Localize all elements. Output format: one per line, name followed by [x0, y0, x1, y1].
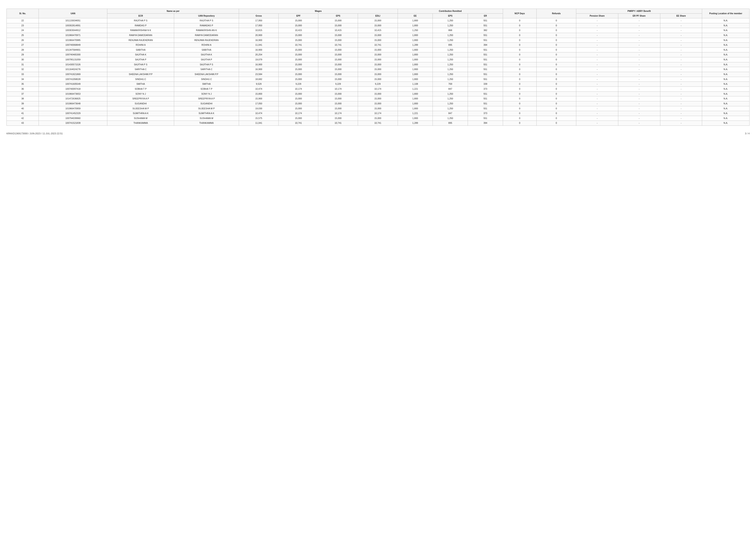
cell-er: 551: [468, 97, 503, 101]
cell-slno: 43: [7, 121, 39, 126]
cell-eps: 15,000: [318, 101, 358, 106]
cell-eps2: 1,250: [433, 72, 468, 77]
cell-epf: 10,174: [279, 111, 318, 116]
cell-eps: 15,000: [318, 67, 358, 72]
cell-eps: 15,000: [318, 92, 358, 97]
cell-eps2: 1,250: [433, 92, 468, 97]
cell-erpf: -: [618, 121, 660, 126]
cell-refunds: 0: [536, 77, 576, 82]
cell-er: 551: [468, 77, 503, 82]
table-row: 39101966473648SUGANDHISUGANDHI17,05015,0…: [7, 101, 749, 106]
cell-edli: 9,229: [358, 82, 398, 87]
cell-er: 382: [468, 28, 503, 33]
cell-er: 394: [468, 43, 503, 48]
cell-slno: 26: [7, 38, 39, 43]
cell-eps2: 1,250: [433, 106, 468, 111]
cell-posting: N.A.: [702, 67, 749, 72]
cell-refunds: 0: [536, 28, 576, 33]
cell-epf: 15,000: [279, 52, 318, 57]
cell-epf: 15,000: [279, 67, 318, 72]
cell-eps: 10,741: [318, 43, 358, 48]
cell-edli: 15,000: [358, 52, 398, 57]
cell-eeshare: -: [660, 28, 702, 33]
footer: KRKKD1369173000 / JUN-2023 / 11-JUL-2023…: [7, 132, 749, 135]
cell-erpf: -: [618, 97, 660, 101]
cell-posting: N.A.: [702, 82, 749, 87]
cell-slno: 31: [7, 62, 39, 67]
cell-uan-repo: SREEPRIYA A P: [174, 97, 239, 101]
cell-ncp: 0: [503, 28, 537, 33]
cell-ncp: 0: [503, 67, 537, 72]
cell-eps2: 1,250: [433, 116, 468, 121]
cell-refunds: 0: [536, 92, 576, 97]
header-refunds: Refunds: [536, 9, 576, 18]
cell-edli: 10,174: [358, 86, 398, 92]
cell-er: 373: [468, 86, 503, 92]
header-epf: EPF: [279, 14, 318, 18]
cell-ncp: 0: [503, 116, 537, 121]
cell-pension: -: [576, 62, 618, 67]
cell-er: 394: [468, 121, 503, 126]
cell-eeshare: -: [660, 111, 702, 116]
cell-ee: 1,289: [398, 121, 433, 126]
cell-epf: 15,000: [279, 62, 318, 67]
cell-ee: 1,800: [398, 33, 433, 38]
cell-uan: 100303044912: [39, 28, 107, 33]
cell-refunds: 0: [536, 97, 576, 101]
cell-erpf: -: [618, 86, 660, 92]
cell-pension: -: [576, 97, 618, 101]
cell-ee: 1,800: [398, 38, 433, 43]
cell-refunds: 0: [536, 23, 576, 28]
table-row: 25101966470971RAMYA DAMODARANRAMYA DAMOD…: [7, 33, 749, 38]
cell-ecr: SMITHA: [107, 82, 174, 87]
cell-eps: 15,000: [318, 72, 358, 77]
cell-epf: 10,415: [279, 28, 318, 33]
cell-uan-repo: SUJEESHA M P: [174, 106, 239, 111]
cell-refunds: 0: [536, 116, 576, 121]
cell-gross: 15,900: [239, 97, 279, 101]
table-row: 29100740465300SAJITHA KSAJITHA K20,25415…: [7, 52, 749, 57]
cell-posting: N.A.: [702, 57, 749, 62]
cell-eps2: 1,250: [433, 97, 468, 101]
cell-ncp: 0: [503, 38, 537, 43]
cell-ncp: 0: [503, 62, 537, 67]
cell-slno: 32: [7, 67, 39, 72]
cell-eeshare: -: [660, 43, 702, 48]
cell-erpf: -: [618, 62, 660, 67]
cell-eps2: 847: [433, 86, 468, 92]
cell-gross: 16,900: [239, 62, 279, 67]
cell-pension: -: [576, 77, 618, 82]
cell-posting: N.A.: [702, 97, 749, 101]
cell-eeshare: -: [660, 92, 702, 97]
cell-eps2: 1,250: [433, 38, 468, 43]
cell-er: 551: [468, 106, 503, 111]
cell-eps2: 1,250: [433, 18, 468, 23]
cell-pension: -: [576, 38, 618, 43]
cell-gross: 16,900: [239, 47, 279, 52]
cell-erpf: -: [618, 43, 660, 48]
cell-uan: 100740465300: [39, 52, 107, 57]
cell-posting: N.A.: [702, 121, 749, 126]
cell-ncp: 0: [503, 101, 537, 106]
cell-ee: 1,800: [398, 23, 433, 28]
cell-epf: 15,000: [279, 92, 318, 97]
cell-slno: 42: [7, 116, 39, 121]
table-row: 41100741452329SUMITHRA A KSUMITHRA A K10…: [7, 111, 749, 116]
header-name-group: Name as per: [107, 9, 239, 14]
cell-eps: 10,415: [318, 28, 358, 33]
cell-ecr: RENJIMA RAJENDRAN: [107, 38, 174, 43]
cell-ecr: ROHINI A: [107, 43, 174, 48]
cell-ncp: 0: [503, 43, 537, 48]
cell-pension: -: [576, 67, 618, 72]
cell-ee: 1,800: [398, 18, 433, 23]
cell-ecr: RAMAKRISHNA N K: [107, 28, 174, 33]
cell-ee: 1,800: [398, 72, 433, 77]
header-ecr: ECR: [107, 14, 174, 18]
cell-eeshare: -: [660, 18, 702, 23]
table-row: 27100740068849ROHINI AROHINI A11,04110,7…: [7, 43, 749, 48]
cell-eeshare: -: [660, 72, 702, 77]
cell-ecr: RAMYA DAMODARAN: [107, 33, 174, 38]
table-row: 35100741605549SMITHASMITHA9,5299,2299,22…: [7, 82, 749, 87]
cell-ee: 1,289: [398, 43, 433, 48]
cell-epf: 15,000: [279, 106, 318, 111]
